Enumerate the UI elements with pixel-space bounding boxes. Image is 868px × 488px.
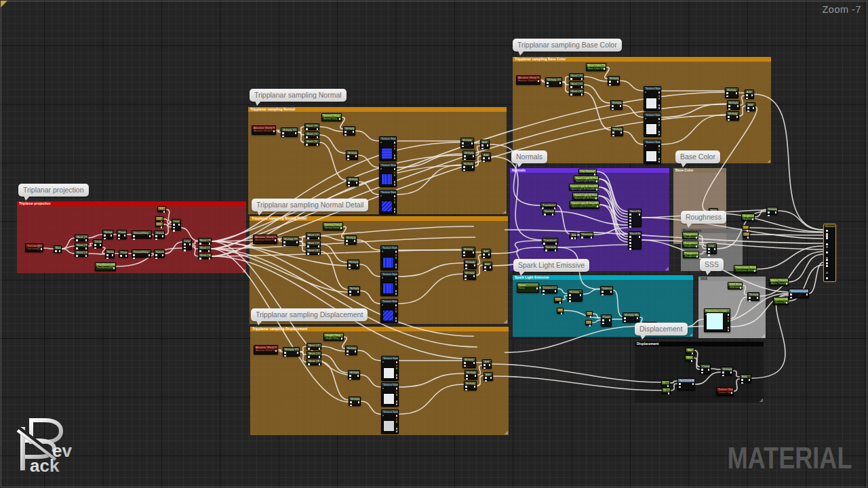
pin[interactable]	[747, 107, 749, 109]
pin[interactable]	[155, 258, 157, 260]
pin[interactable]	[178, 224, 180, 226]
node-smoothstep[interactable]: SmoothStep	[132, 249, 151, 258]
pin[interactable]	[317, 144, 319, 146]
pin[interactable]	[629, 242, 631, 244]
pin[interactable]	[589, 325, 591, 327]
pin[interactable]	[347, 159, 349, 161]
pin[interactable]	[209, 243, 211, 245]
node-material[interactable]: Material	[823, 224, 836, 282]
node-0-5[interactable]: 0.5	[557, 308, 564, 314]
pin[interactable]	[544, 214, 546, 216]
node-mask-g[interactable]: Mask ( G )	[75, 250, 88, 257]
pin[interactable]	[85, 239, 87, 241]
pin[interactable]	[612, 105, 614, 107]
node-multiply[interactable]: Multiply	[608, 76, 620, 85]
pin[interactable]	[561, 312, 563, 314]
pin[interactable]	[346, 243, 348, 245]
pin[interactable]	[76, 255, 78, 257]
comment-bubble-tripplanar-sampling-normal[interactable]: Tripplanar sampling Normal	[250, 89, 347, 102]
node-multiply[interactable]: Multiply	[345, 346, 357, 355]
pin[interactable]	[395, 320, 397, 322]
pin[interactable]	[282, 132, 284, 134]
pin[interactable]	[552, 214, 554, 216]
pin[interactable]	[728, 320, 730, 322]
pin[interactable]	[474, 386, 476, 388]
pin[interactable]	[104, 235, 106, 237]
comment-bubble-spark-light-emissive[interactable]: Spark Light Emissive	[513, 259, 589, 272]
node-multiply[interactable]: Multiply	[105, 249, 115, 258]
pin[interactable]	[133, 258, 135, 260]
pin[interactable]	[382, 388, 384, 389]
pin[interactable]	[581, 78, 583, 80]
pin[interactable]	[395, 277, 397, 279]
node-mask-g[interactable]: Mask ( G )	[306, 241, 321, 247]
pin[interactable]	[394, 199, 396, 201]
node-mask-r[interactable]: Mask ( R )	[198, 238, 212, 244]
comment-bubble-displacement[interactable]: Displacement	[635, 323, 688, 336]
pin[interactable]	[679, 383, 681, 385]
pin[interactable]	[629, 217, 631, 219]
pin[interactable]	[395, 257, 397, 259]
pin[interactable]	[658, 107, 660, 109]
pin[interactable]	[133, 235, 135, 237]
node-blend-normals[interactable]: Blend Normals	[628, 209, 642, 227]
pin[interactable]	[396, 377, 398, 379]
pin[interactable]	[199, 258, 201, 260]
pin[interactable]	[318, 245, 320, 247]
pin[interactable]	[94, 247, 96, 249]
pin[interactable]	[751, 94, 753, 96]
pin[interactable]	[637, 317, 639, 319]
pin[interactable]	[490, 266, 492, 268]
node-1-0[interactable]: 1.0	[743, 232, 750, 237]
node-texture-sample[interactable]: Texture Sample	[381, 382, 399, 407]
pin[interactable]	[790, 297, 792, 299]
pin[interactable]	[319, 356, 321, 358]
pin[interactable]	[483, 161, 485, 163]
pin[interactable]	[624, 321, 626, 323]
node-multiply[interactable]: Multiply	[460, 138, 474, 148]
pin[interactable]	[542, 293, 545, 296]
pin[interactable]	[162, 254, 164, 256]
node-multiply[interactable]: Multiply	[346, 150, 358, 160]
node-multiply[interactable]: Multiply	[349, 396, 361, 406]
pin[interactable]	[349, 294, 351, 296]
pin[interactable]	[396, 418, 398, 420]
pin[interactable]	[355, 155, 357, 157]
node-brightness[interactable]: BrightnessBrightness	[741, 214, 755, 221]
pin[interactable]	[609, 84, 611, 86]
pin[interactable]	[484, 364, 486, 366]
node-spark-light-m-roughness[interactable]: Spark Light M RoughnessSpark Light M Rou…	[574, 176, 599, 182]
pin[interactable]	[658, 148, 660, 150]
pin[interactable]	[658, 124, 660, 126]
pin[interactable]	[487, 144, 489, 146]
pin[interactable]	[465, 275, 467, 277]
pin[interactable]	[581, 86, 583, 88]
pin[interactable]	[396, 401, 398, 403]
pin[interactable]	[602, 323, 604, 325]
node-vertexinterpolator[interactable]: VertexInterpolator	[789, 289, 809, 298]
pin[interactable]	[349, 268, 351, 270]
pin[interactable]	[118, 235, 120, 237]
pin[interactable]	[396, 415, 398, 417]
node-height-tiling[interactable]: Height TilingHeight Tiling	[323, 333, 344, 341]
pin[interactable]	[826, 272, 828, 274]
pin[interactable]	[396, 391, 398, 393]
pin[interactable]	[350, 401, 352, 403]
pin[interactable]	[547, 85, 549, 87]
pin[interactable]	[394, 208, 396, 210]
pin[interactable]	[559, 302, 561, 304]
node-alpha-threshold-t[interactable]: Alpha Threshold (T)Alpha Threshold (T)	[769, 278, 789, 286]
node-multiply-xyz[interactable]: Multiply XYZ	[282, 237, 299, 246]
pin[interactable]	[173, 224, 175, 226]
node-multiply[interactable]: Multiply	[464, 381, 477, 390]
pin[interactable]	[658, 161, 660, 163]
node-add[interactable]: Add	[481, 249, 491, 258]
pin[interactable]	[306, 136, 308, 138]
pin[interactable]	[569, 294, 571, 296]
pin[interactable]	[394, 168, 396, 170]
pin[interactable]	[306, 144, 308, 146]
material-graph-canvas[interactable]: Triplanar projectionTripplanar sampling …	[0, 0, 868, 488]
pin[interactable]	[728, 314, 730, 316]
node-saturate[interactable]: Saturate	[154, 230, 165, 239]
node-multiply[interactable]: Multiply	[568, 289, 583, 302]
